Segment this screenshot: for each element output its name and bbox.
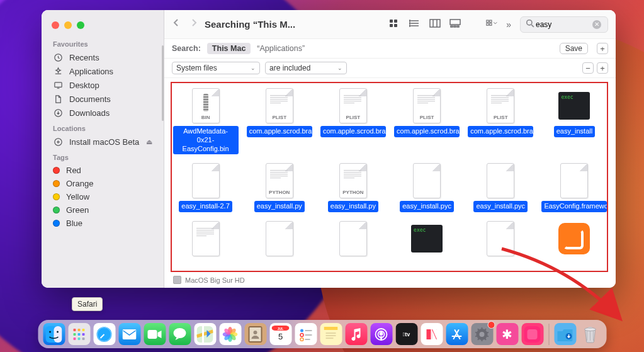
dock-item-launchpad[interactable] [68,323,90,345]
sidebar-item-documents[interactable]: Documents [42,92,164,106]
gallery-view-button[interactable] [449,19,461,30]
file-item[interactable]: PLISTcom.apple.scrod.braille.d...link.pl… [465,83,537,157]
dock-item-safari[interactable] [93,323,115,345]
dock-item-mail[interactable] [118,323,140,345]
add-criteria-button[interactable]: + [597,43,608,54]
icon-view-button[interactable] [389,19,400,30]
dock-item-maps[interactable] [194,323,216,345]
file-label: easy_install-2.7 [179,201,232,212]
scope-this-mac[interactable]: This Mac [207,43,251,54]
sidebar-item-install-macos[interactable]: Install macOS Beta ⏏ [42,135,164,149]
dock-item-contacts[interactable] [244,323,266,345]
sidebar-item-recents[interactable]: Recents [42,50,164,64]
file-label: AwdMetadata-0x21-EasyConfig.bin [173,126,239,154]
file-item[interactable]: easy_install.pyc [465,158,537,215]
svg-rect-14 [451,26,453,27]
svg-point-10 [409,23,410,24]
svg-rect-61 [305,339,310,340]
svg-point-21 [527,20,532,25]
svg-rect-23 [54,326,62,343]
sidebar-item-label: Orange [66,179,93,188]
back-button[interactable] [172,18,181,31]
svg-text:JUL: JUL [278,327,283,331]
svg-rect-7 [390,24,393,27]
forward-button[interactable] [189,18,198,31]
dock-item-messages[interactable] [169,323,191,345]
file-item[interactable]: PLISTcom.apple.scrod.braille.d...k.12.pl… [317,83,389,157]
group-by-button[interactable] [486,19,497,30]
file-item[interactable]: execeasy_install [538,83,611,157]
remove-criteria-button[interactable]: − [582,62,594,74]
zoom-button[interactable] [77,21,84,29]
sidebar-item-applications[interactable]: Applications [42,64,164,78]
sidebar-tag-blue[interactable]: Blue [42,217,164,230]
file-item[interactable] [169,216,242,271]
search-input[interactable] [536,20,592,29]
sidebar-tag-red[interactable]: Red [42,164,164,177]
file-item[interactable]: BINAwdMetadata-0x21-EasyConfig.bin [169,83,242,157]
eject-icon[interactable]: ⏏ [146,138,152,146]
scope-applications[interactable]: “Applications” [257,44,305,53]
dock-item-news[interactable] [421,323,443,345]
file-item[interactable]: PYTHONeasy_install.py [243,158,315,215]
dock-item-calendar[interactable]: JUL5 [269,323,291,345]
file-item[interactable]: PLISTcom.apple.scrod.braille.d....40.pli… [243,83,315,157]
column-view-button[interactable] [429,19,441,30]
dock-item-photos[interactable] [219,323,241,345]
file-item[interactable] [538,216,611,271]
search-field[interactable]: ✕ [520,16,608,33]
file-item[interactable] [317,216,389,271]
save-search-button[interactable]: Save [560,43,588,54]
file-item[interactable]: easy_install.pyc [390,158,463,215]
criteria-operator-select[interactable]: are included⌄ [265,62,347,74]
svg-rect-38 [148,330,157,339]
sidebar-tag-green[interactable]: Green [42,203,164,217]
dock-item-unknown[interactable]: ✱ [496,323,518,345]
clock-icon [53,52,63,62]
sidebar-tag-yellow[interactable]: Yellow [42,190,164,203]
dock-item-facetime[interactable] [144,323,166,345]
sidebar-item-label: Recents [69,53,99,62]
sidebar-tag-orange[interactable]: Orange [42,177,164,190]
dock-item-trash[interactable] [579,323,601,345]
file-item[interactable]: PYTHONeasy_install.py [317,158,389,215]
dock-item-downloads[interactable] [554,323,576,345]
sidebar-item-downloads[interactable]: Downloads [42,106,164,120]
svg-point-25 [57,331,59,332]
sidebar-item-desktop[interactable]: Desktop [42,78,164,92]
file-item[interactable] [243,216,315,271]
add-criteria-button[interactable]: + [597,62,608,74]
dock-item-notes[interactable] [320,323,342,345]
dock-item-podcasts[interactable] [370,323,392,345]
tag-dot-icon [53,193,60,200]
svg-rect-79 [528,329,538,339]
dock-item-app-store[interactable] [446,323,468,345]
results-area[interactable]: BINAwdMetadata-0x21-EasyConfig.binPLISTc… [164,78,616,288]
file-label: easy_install [554,126,595,137]
dock-item-finder[interactable] [43,323,65,345]
file-item[interactable]: easy_install-2.7 [169,158,242,215]
criteria-attribute-select[interactable]: System files⌄ [172,62,260,74]
svg-rect-13 [450,20,460,25]
file-item[interactable]: EasyConfig.framework [538,158,611,215]
file-item[interactable]: PLISTcom.apple.scrod.braille.d...pen.pli… [390,83,463,157]
clear-search-button[interactable]: ✕ [592,20,601,29]
file-item[interactable]: exec [390,216,463,271]
dock-item-reminders[interactable] [295,323,317,345]
dock-item-music[interactable] [345,323,367,345]
dock-item-cleanmymac[interactable] [521,323,543,345]
dock-item-system-preferences[interactable] [471,323,493,345]
svg-rect-30 [78,333,81,336]
list-view-button[interactable] [409,19,421,30]
tag-dot-icon [53,180,60,187]
more-toolbar-button[interactable]: » [506,20,511,30]
svg-rect-17 [487,20,489,22]
document-icon [413,163,441,198]
path-bar[interactable]: MacOS Big Sur HD [173,276,245,284]
dock-item-tv[interactable]: tv [395,323,417,345]
file-item[interactable] [465,216,537,271]
file-label [351,259,356,269]
minimize-button[interactable] [64,21,72,29]
close-button[interactable] [52,21,59,29]
svg-point-3 [54,138,61,145]
